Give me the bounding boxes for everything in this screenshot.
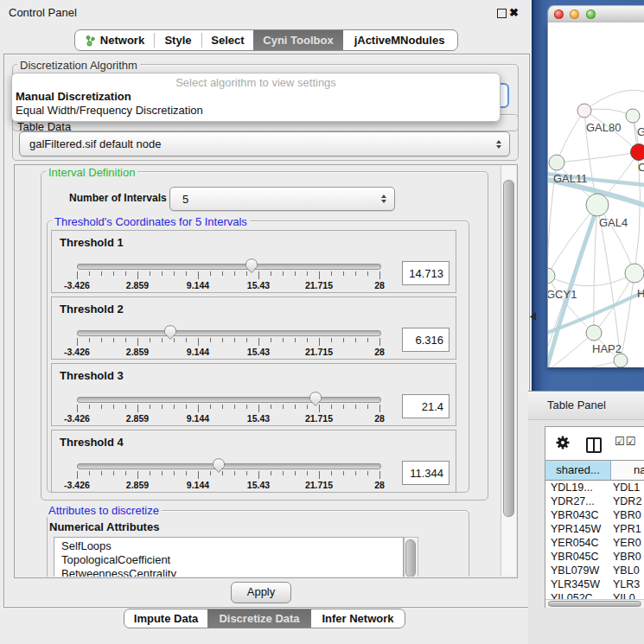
- attributes-scrollbar[interactable]: [404, 537, 418, 577]
- apply-button[interactable]: Apply: [231, 582, 291, 603]
- threshold-value-field[interactable]: 21.4: [402, 394, 450, 418]
- attribute-list-item[interactable]: BetweennessCentrality: [54, 567, 403, 577]
- table-data-combobox-value: galFiltered.sif default node: [29, 132, 161, 156]
- slider-thumb[interactable]: [212, 456, 226, 474]
- network-node-GAL4[interactable]: [586, 194, 609, 216]
- network-node-red-node[interactable]: [631, 144, 644, 161]
- table-row[interactable]: YBL079WYBL0: [545, 564, 644, 577]
- tab-network[interactable]: Network: [75, 30, 154, 50]
- table-row[interactable]: YPR145WYPR1: [545, 522, 644, 536]
- network-edge[interactable]: [584, 90, 644, 111]
- thresholds-group-title: Threshold's Coordinates for 5 Intervals: [52, 215, 250, 228]
- table-row[interactable]: YDR27...YDR2: [545, 494, 644, 508]
- tab-select[interactable]: Select: [202, 30, 253, 50]
- threshold-slider[interactable]: [77, 264, 381, 270]
- gear-icon[interactable]: [555, 435, 571, 450]
- network-edge[interactable]: [557, 152, 639, 163]
- attribute-list-item[interactable]: SelfLoops: [54, 539, 403, 553]
- settings-scrollbar-thumb[interactable]: [503, 180, 514, 517]
- network-edge[interactable]: [548, 273, 634, 286]
- attributes-section: Attributes to discretize Numerical Attri…: [15, 502, 500, 577]
- column-header-shared[interactable]: shared...: [545, 460, 611, 481]
- network-node-label: H: [637, 287, 644, 300]
- table-row[interactable]: YDL19...YDL1: [545, 481, 644, 494]
- table-row[interactable]: YBR043CYBR0: [545, 508, 644, 522]
- threshold-slider[interactable]: [77, 330, 381, 336]
- combo-stepper-icon: [381, 194, 386, 203]
- threshold-label: Threshold 1: [60, 236, 124, 249]
- attributes-group-title: Attributes to discretize: [46, 504, 162, 517]
- tab-infer-network[interactable]: Infer Network: [311, 609, 405, 628]
- close-traffic-light[interactable]: [554, 10, 564, 19]
- network-node-H[interactable]: [625, 264, 644, 283]
- threshold-row: Threshold 3 -3.4262.8599.14415.4321.7152…: [51, 363, 456, 426]
- threshold-value-field[interactable]: 11.344: [402, 461, 450, 485]
- network-canvas[interactable]: GAL80GACGAL11GAL4GCY1HHAP2: [547, 22, 644, 367]
- network-node-GA[interactable]: [626, 109, 640, 123]
- network-node-label: GAL11: [553, 172, 588, 185]
- number-of-intervals-combobox[interactable]: 5: [169, 187, 395, 211]
- table-panel-header: Table Panel: [528, 391, 644, 420]
- top-tab-bar: Network Style Select Cyni Toolbox jActiv…: [74, 29, 458, 51]
- network-edge[interactable]: [557, 111, 584, 163]
- table-hscrollbar-thumb[interactable]: [548, 601, 641, 607]
- network-node-HAP2[interactable]: [586, 325, 602, 341]
- threshold-rows: Threshold 1 -3.4262.8599.14415.4321.7152…: [51, 230, 456, 496]
- panel-title: Control Panel: [9, 6, 77, 19]
- popup-item-manual-discretization[interactable]: Manual Discretization: [16, 90, 131, 103]
- attribute-list-item[interactable]: TopologicalCoefficient: [54, 553, 403, 567]
- table-data-combobox[interactable]: galFiltered.sif default node: [19, 131, 510, 156]
- numerical-attributes-label: Numerical Attributes: [49, 520, 159, 533]
- tab-network-label: Network: [100, 34, 144, 47]
- slider-thumb[interactable]: [309, 390, 322, 407]
- threshold-label: Threshold 2: [60, 303, 124, 316]
- mouse-cursor: [528, 311, 537, 322]
- network-node-bottom-node[interactable]: [614, 354, 628, 367]
- bottom-tab-bar: Impute Data Discretize Data Infer Networ…: [124, 609, 405, 628]
- number-of-intervals-value: 5: [182, 188, 188, 210]
- tab-discretize-data[interactable]: Discretize Data: [207, 609, 311, 628]
- settings-scrollbar[interactable]: [501, 165, 516, 576]
- threshold-value-field[interactable]: 14.713: [402, 261, 450, 285]
- threshold-label: Threshold 3: [60, 369, 124, 382]
- split-columns-icon[interactable]: [586, 437, 602, 453]
- minimize-traffic-light[interactable]: [570, 10, 579, 19]
- tab-jactivemnodules[interactable]: jActiveMNodules: [343, 30, 456, 50]
- threshold-slider[interactable]: [77, 463, 381, 469]
- table-row[interactable]: YBR045CYBR0: [545, 550, 644, 564]
- numerical-attributes-list[interactable]: SelfLoopsTopologicalCoefficientBetweenne…: [54, 537, 404, 577]
- close-icon[interactable]: ✖: [509, 6, 519, 19]
- table-row[interactable]: YER054CYER0: [545, 536, 644, 550]
- float-icon[interactable]: [497, 9, 507, 18]
- threshold-slider[interactable]: [77, 397, 381, 403]
- table-panel-title: Table Panel: [547, 392, 644, 418]
- select-columns-icon[interactable]: ☑☑: [615, 435, 636, 448]
- interval-definition-title: Interval Definition: [46, 166, 137, 179]
- attributes-scrollbar-thumb[interactable]: [405, 539, 416, 577]
- network-node-GAL80[interactable]: [577, 104, 591, 118]
- table-hscrollbar[interactable]: [545, 599, 644, 608]
- tab-style[interactable]: Style: [155, 30, 201, 50]
- network-edge[interactable]: [633, 116, 641, 273]
- slider-thumb[interactable]: [245, 257, 258, 274]
- network-edge[interactable]: [548, 205, 597, 276]
- threshold-row: Threshold 4 -3.4262.8599.14415.4321.7152…: [51, 430, 456, 493]
- tab-impute-data[interactable]: Impute Data: [124, 609, 207, 628]
- popup-item-equal-width[interactable]: Equal Width/Frequency Discretization: [16, 104, 203, 117]
- table-row[interactable]: YLR345WYLR3: [545, 577, 644, 591]
- network-node-GAL11[interactable]: [549, 155, 564, 170]
- network-icon: [85, 35, 96, 47]
- slider-thumb[interactable]: [163, 323, 177, 341]
- zoom-traffic-light[interactable]: [586, 10, 596, 19]
- network-node-label: GAL4: [599, 216, 628, 229]
- column-header-name[interactable]: na: [611, 460, 644, 481]
- algorithm-group-title: Discretization Algorithm: [17, 59, 140, 72]
- network-node-GCY1[interactable]: [548, 268, 555, 284]
- tab-cyni-toolbox[interactable]: Cyni Toolbox: [253, 30, 343, 50]
- table-row[interactable]: YIL052CYIL0: [545, 591, 644, 599]
- threshold-row: Threshold 1 -3.4262.8599.14415.4321.7152…: [51, 230, 456, 293]
- table-rows: YDL19...YDL1YDR27...YDR2YBR043CYBR0YPR14…: [545, 481, 644, 599]
- network-edge[interactable]: [621, 273, 634, 360]
- node-table-panel: ☑☑ shared... na YDL19...YDL1YDR27...YDR2…: [545, 426, 644, 608]
- threshold-value-field[interactable]: 6.316: [402, 328, 450, 352]
